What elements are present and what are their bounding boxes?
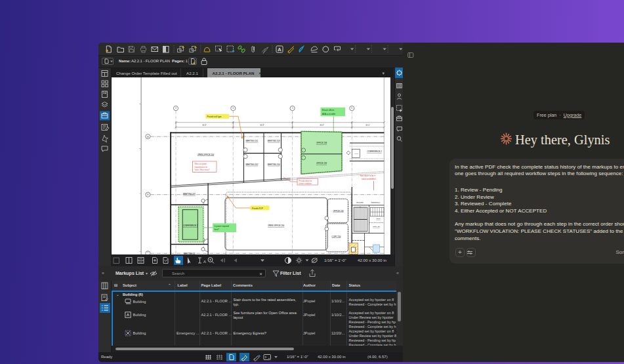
svg-text:36'-8": 36'-8" [260,124,264,127]
svg-text:A: A [203,260,206,264]
svg-text:OFFICE 209: OFFICE 209 [316,162,327,165]
svg-text:here?: here? [215,228,220,231]
svg-text:Provide detail for: Provide detail for [299,180,312,182]
svg-text:STORAGE: STORAGE [373,226,380,227]
svg-text:Ensure offices: Ensure offices [322,109,335,111]
svg-text:UP: UP [360,206,362,207]
svg-text:Provide wall type: Provide wall type [207,115,222,118]
svg-text:MEETING 203: MEETING 203 [268,140,280,142]
svg-text:COPY 250: COPY 250 [332,235,341,238]
svg-text:30'-0": 30'-0" [365,124,370,127]
svg-text:A: A [127,313,130,317]
svg-text:MEETING 247: MEETING 247 [183,193,196,195]
svg-text:CONFERENCE 2: CONFERENCE 2 [183,224,198,227]
svg-text:ADA accessible: ADA accessible [322,113,335,115]
svg-text:3: 3 [175,107,177,110]
svg-text:OFFICE 208: OFFICE 208 [316,142,327,144]
svg-text:A7-01: A7-01 [354,153,359,154]
svg-text:36'-8": 36'-8" [202,124,207,127]
svg-text:OPEN OFFICE 200: OPEN OFFICE 200 [198,153,215,156]
svg-text:What are power: What are power [195,163,207,165]
svg-text:CONFERENCE 2: CONFERENCE 2 [367,150,382,153]
svg-text:corner condition: corner condition [299,182,312,185]
svg-text:STAIR 251: STAIR 251 [356,201,364,203]
svg-text:Is power required: Is power required [215,225,230,228]
svg-text:4: 4 [232,107,234,110]
svg-text:MEETING 202: MEETING 202 [246,163,259,166]
svg-text:36'-8": 36'-8" [320,124,324,127]
svg-text:requirements for: requirements for [195,166,208,169]
svg-text:rated assemblies,: rated assemblies, [362,178,377,180]
svg-text:Stair doors to be fi: Stair doors to be fi [360,174,376,177]
svg-text:6: 6 [351,107,352,110]
svg-text:Open Office areas?: Open Office areas? [195,169,211,171]
svg-text:OFFICE 240: OFFICE 240 [333,210,344,212]
svg-text:Provide RCP: Provide RCP [252,207,263,210]
svg-text:5: 5 [292,107,293,110]
svg-text:A: A [278,47,281,52]
svg-text:ELECTRICAL: ELECTRICAL [371,201,381,203]
svg-text:OPEN OFFICE 240: OPEN OFFICE 240 [268,224,285,227]
svg-text:MEETING 204: MEETING 204 [268,163,280,166]
svg-text:MEETING 201: MEETING 201 [246,140,259,142]
svg-text:STOR: STOR [376,218,380,219]
